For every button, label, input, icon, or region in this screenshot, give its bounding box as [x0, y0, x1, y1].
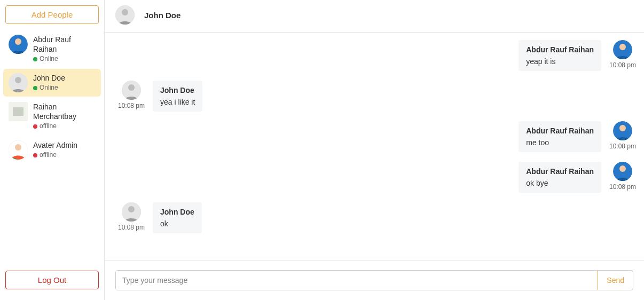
message-bubble: Abdur Rauf Raihan me too — [519, 121, 601, 152]
status-row: offline — [33, 151, 77, 160]
logout-button[interactable]: Log Out — [5, 271, 99, 289]
status-label: offline — [40, 122, 57, 131]
message-sender: Abdur Rauf Raihan — [526, 127, 594, 135]
svg-point-3 — [15, 77, 21, 83]
chat-header: John Doe — [105, 0, 644, 33]
send-button[interactable]: Send — [598, 270, 633, 290]
svg-point-13 — [128, 84, 135, 91]
message-row: Abdur Rauf Raihan me too 10:08 pm — [115, 121, 639, 152]
status-row: Online — [33, 84, 65, 92]
svg-point-11 — [619, 44, 626, 50]
status-row: Online — [33, 55, 96, 64]
status-label: Online — [40, 84, 58, 92]
message-row: Abdur Rauf Raihan ok bye 10:08 pm — [115, 162, 639, 193]
message-text: yeap it is — [526, 57, 594, 66]
svg-point-19 — [128, 206, 135, 212]
contact-item[interactable]: Raihan Merchantbay offline — [3, 98, 101, 135]
app-root: Add People Abdur Rauf Raihan Online John… — [0, 0, 644, 300]
status-dot-offline-icon — [33, 124, 37, 129]
contact-info: Abdur Rauf Raihan Online — [33, 35, 96, 64]
contact-info: Raihan Merchantbay offline — [33, 102, 96, 131]
message-avatar — [613, 40, 632, 59]
message-time: 10:08 pm — [118, 102, 145, 109]
composer: Send — [105, 260, 644, 300]
message-time: 10:08 pm — [609, 183, 636, 191]
avatar — [9, 35, 28, 54]
message-meta: 10:08 pm — [115, 81, 147, 109]
contact-item[interactable]: Avater Admin offline — [3, 136, 101, 164]
svg-point-17 — [619, 165, 626, 172]
message-avatar — [122, 202, 141, 222]
sidebar-top: Add People — [0, 0, 104, 29]
message-row: 10:08 pm John Doe ok — [115, 202, 639, 233]
status-dot-offline-icon — [33, 153, 37, 157]
status-label: Online — [40, 55, 58, 64]
svg-point-9 — [122, 9, 128, 15]
chat-main: John Doe Abdur Rauf Raihan yeap it is 10… — [105, 0, 644, 300]
message-input[interactable] — [116, 271, 598, 290]
messages-pane[interactable]: Abdur Rauf Raihan yeap it is 10:08 pm 10… — [105, 33, 644, 260]
message-bubble: Abdur Rauf Raihan yeap it is — [519, 40, 601, 71]
message-row: 10:08 pm John Doe yea i like it — [115, 81, 639, 112]
status-dot-online-icon — [33, 57, 37, 61]
message-avatar — [122, 81, 141, 100]
chat-header-name: John Doe — [144, 11, 180, 20]
message-avatar — [613, 162, 632, 181]
contact-name: Avater Admin — [33, 140, 77, 150]
message-meta: 10:08 pm — [607, 121, 639, 150]
contact-name: Raihan Merchantbay — [33, 102, 96, 121]
status-label: offline — [40, 151, 57, 160]
message-time: 10:08 pm — [609, 61, 636, 69]
svg-point-7 — [15, 144, 21, 151]
message-sender: Abdur Rauf Raihan — [526, 167, 594, 176]
contact-info: John Doe Online — [33, 73, 65, 92]
contact-item[interactable]: Abdur Rauf Raihan Online — [3, 30, 101, 68]
message-sender: John Doe — [160, 208, 194, 216]
svg-rect-5 — [13, 107, 23, 116]
message-meta: 10:08 pm — [607, 162, 639, 191]
contact-name: John Doe — [33, 73, 65, 83]
contacts-list: Abdur Rauf Raihan Online John Doe Online — [0, 29, 104, 265]
svg-point-15 — [619, 125, 626, 131]
status-row: offline — [33, 122, 96, 131]
message-avatar — [613, 121, 632, 140]
chat-header-avatar — [115, 5, 135, 25]
message-bubble: Abdur Rauf Raihan ok bye — [519, 162, 601, 193]
message-bubble: John Doe ok — [153, 202, 202, 233]
svg-point-1 — [15, 38, 21, 45]
message-meta: 10:08 pm — [607, 40, 639, 69]
message-text: ok bye — [526, 179, 594, 187]
avatar — [9, 73, 28, 92]
message-time: 10:08 pm — [609, 143, 636, 150]
sidebar: Add People Abdur Rauf Raihan Online John… — [0, 0, 105, 300]
avatar — [9, 140, 28, 160]
contact-item[interactable]: John Doe Online — [3, 69, 101, 97]
message-time: 10:08 pm — [118, 224, 145, 231]
compose-wrap: Send — [115, 270, 633, 290]
avatar — [9, 102, 28, 121]
status-dot-online-icon — [33, 86, 37, 90]
message-text: ok — [160, 219, 194, 228]
add-people-button[interactable]: Add People — [5, 5, 99, 24]
contact-info: Avater Admin offline — [33, 140, 77, 160]
message-sender: John Doe — [160, 86, 195, 94]
contact-name: Abdur Rauf Raihan — [33, 35, 96, 54]
message-sender: Abdur Rauf Raihan — [526, 45, 594, 54]
message-text: me too — [526, 138, 594, 147]
message-meta: 10:08 pm — [115, 202, 147, 231]
message-bubble: John Doe yea i like it — [153, 81, 202, 112]
message-row: Abdur Rauf Raihan yeap it is 10:08 pm — [115, 40, 639, 71]
sidebar-bottom: Log Out — [0, 265, 104, 295]
message-text: yea i like it — [160, 98, 195, 106]
